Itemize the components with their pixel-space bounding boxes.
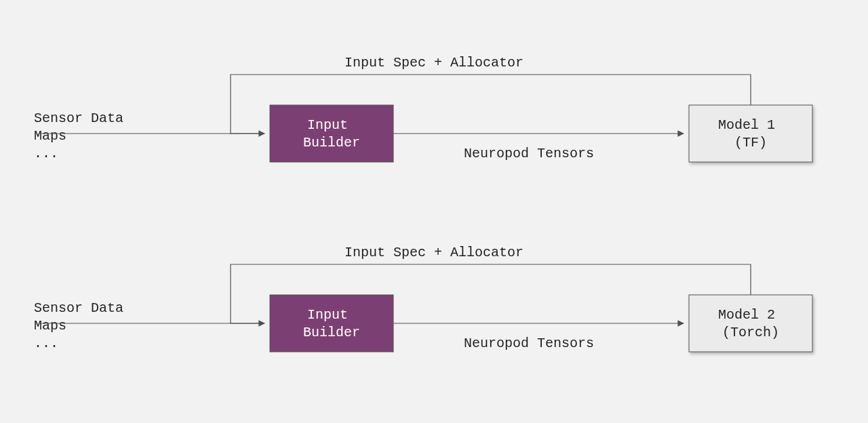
- source-label: Sensor Data Maps ...: [34, 300, 132, 351]
- svg-rect-4: [270, 295, 393, 352]
- feedback-edge-label: Input Spec + Allocator: [344, 245, 524, 260]
- pipeline-2: Sensor Data Maps ... Input Builder Neuro…: [34, 245, 812, 352]
- architecture-diagram: Sensor Data Maps ... Input Builder Neuro…: [0, 0, 868, 423]
- forward-edge-label: Neuropod Tensors: [464, 336, 594, 351]
- source-label: Sensor Data Maps ...: [34, 110, 132, 161]
- input-builder-node: Input Builder: [270, 295, 393, 352]
- svg-rect-0: [270, 105, 393, 162]
- feedback-edge-label: Input Spec + Allocator: [344, 55, 524, 70]
- forward-edge-label: Neuropod Tensors: [464, 146, 594, 161]
- svg-rect-2: [689, 105, 812, 162]
- input-builder-node: Input Builder: [270, 105, 393, 162]
- svg-rect-6: [689, 295, 812, 352]
- model-node: Model 1 (TF): [689, 105, 812, 162]
- pipeline-1: Sensor Data Maps ... Input Builder Neuro…: [34, 55, 812, 162]
- model-node: Model 2 (Torch): [689, 295, 812, 352]
